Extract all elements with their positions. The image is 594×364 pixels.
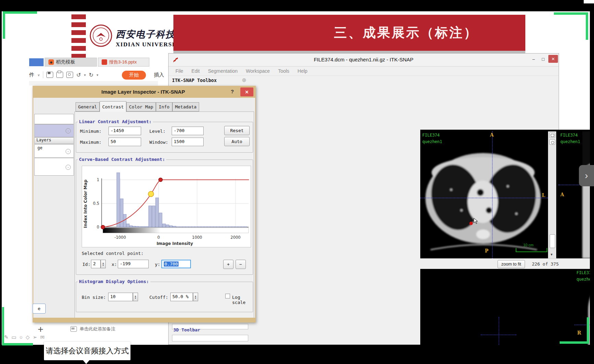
pointer-tool-icon[interactable]: ➢ <box>33 334 37 340</box>
auto-button[interactable]: Auto <box>224 137 250 146</box>
circle-tool-icon[interactable]: ○ <box>20 334 23 340</box>
print-icon[interactable] <box>56 72 63 78</box>
menu-file[interactable]: File <box>175 68 183 74</box>
wps-tab-template[interactable]: ● 稻壳模板 <box>45 58 97 67</box>
scale-label: 10 cm <box>523 243 534 247</box>
id-label: Id: <box>82 262 90 267</box>
dialog-close-button[interactable]: ✕ <box>240 87 253 96</box>
dialog-titlebar[interactable]: Image Layer Inspector - ITK-SNAP ? ✕ <box>33 86 255 98</box>
wps-start-tab-button[interactable]: 开始 <box>122 71 146 80</box>
save-icon[interactable] <box>46 72 53 78</box>
maximum-field[interactable]: 50 <box>108 138 141 146</box>
axial-view[interactable]: FILE374 quezhen1 A L P 10 cm <box>420 131 548 258</box>
y-field-selected-text: 0.700 <box>164 261 179 267</box>
comment-tool-icon[interactable]: ✉ <box>40 334 45 340</box>
undo-dropdown-icon[interactable]: ▾ <box>84 73 86 77</box>
pen-tool-icon[interactable]: ✎ <box>4 334 9 340</box>
toolbox-options-icon[interactable]: ◎ <box>242 77 246 82</box>
undo-icon[interactable]: ↺ <box>76 72 81 78</box>
view-layer-label: quezhen1 <box>560 139 580 144</box>
tab-contrast[interactable]: Contrast <box>100 101 126 112</box>
shape-tool-icon[interactable]: ◇ <box>26 334 30 340</box>
wps-file-menu[interactable]: 件 <box>29 72 34 78</box>
wps-notes-bar[interactable]: 单击此处添加备注 <box>70 326 115 332</box>
svg-text:Index Into Color Map: Index Into Color Map <box>83 179 88 228</box>
wps-tab-partial[interactable] <box>29 58 44 66</box>
scroll-down-icon[interactable]: ▼ <box>550 253 553 256</box>
tab-metadata[interactable]: Metadata <box>172 102 199 111</box>
maximum-label: Maximum: <box>80 140 102 145</box>
mouse-cursor <box>473 218 478 224</box>
minimize-button[interactable]: – <box>530 56 537 62</box>
toolbar-more-icon[interactable]: ▾ <box>96 73 98 77</box>
layer-row[interactable]: ge ⌄ <box>34 144 74 158</box>
toolbox-field-partial[interactable] <box>172 335 248 341</box>
remove-point-button[interactable]: − <box>236 260 246 269</box>
menu-help[interactable]: Help <box>298 68 308 74</box>
minimum-label: Minimum: <box>80 129 102 134</box>
wps-insert-tab[interactable]: 插入 <box>154 72 164 78</box>
layer-row-selected[interactable]: ⌄ <box>34 124 74 137</box>
maximize-button[interactable]: □ <box>539 56 547 62</box>
level-field[interactable]: -700 <box>172 127 204 135</box>
id-spinner[interactable]: ▲▼ <box>101 260 106 268</box>
scrollbar-thumb[interactable] <box>550 234 555 248</box>
x-field[interactable]: -199 <box>118 260 149 268</box>
camera-icon[interactable] <box>549 139 555 145</box>
view-file-label: FILE374 <box>560 133 578 138</box>
audio-select-tooltip[interactable]: 请选择会议音频接入方式 <box>44 342 130 360</box>
close-button-partial[interactable]: e <box>33 304 46 314</box>
histogram-options-heading: Histogram Display Options: <box>78 279 150 284</box>
reset-button[interactable]: Reset <box>224 126 250 135</box>
menu-segmentation[interactable]: Segmentation <box>208 68 238 74</box>
next-panel-tab[interactable]: › <box>579 165 594 186</box>
sagittal-view[interactable]: FILE374 quezhen1 S A P I 10 cm <box>558 131 594 258</box>
divider <box>43 71 43 78</box>
curve-contrast-heading: Curve-Based Contrast Adjustment: <box>78 157 166 162</box>
layer-options-icon[interactable]: ⌄ <box>66 149 71 154</box>
rectangle-tool-icon[interactable]: ▭ <box>12 334 16 340</box>
cutoff-label: Cutoff: <box>149 295 168 300</box>
expand-view-icon[interactable] <box>549 132 555 138</box>
window-field[interactable]: 1500 <box>172 138 204 146</box>
bin-size-spinner[interactable]: ▲▼ <box>133 293 138 301</box>
id-field[interactable]: 2 <box>91 260 101 268</box>
wps-tab-document[interactable]: P 报告3-16.pptx <box>98 58 149 67</box>
window-label: Window: <box>149 140 168 145</box>
minimum-field[interactable]: -1450 <box>108 127 141 135</box>
zoom-to-fit-button[interactable]: zoom to fit <box>498 260 525 268</box>
crosshair-horizontal <box>420 198 548 198</box>
menu-workspace[interactable]: Workspace <box>246 68 270 74</box>
layer-row[interactable]: ⌄ <box>34 158 74 176</box>
add-point-button[interactable]: + <box>223 260 233 269</box>
tab-general[interactable]: General <box>76 102 100 111</box>
help-button[interactable]: ? <box>231 89 234 94</box>
axial-scrollbar[interactable]: ▼ <box>548 131 556 258</box>
chevron-down-icon: ∨ <box>37 73 40 77</box>
layer-options-icon[interactable]: ⌄ <box>66 128 71 133</box>
contrast-histogram-chart[interactable]: 00.51-1000010002000Image IntensityIndex … <box>82 166 251 247</box>
layer-row[interactable] <box>34 114 74 124</box>
svg-text:Image Intensity: Image Intensity <box>157 241 193 246</box>
tab-color-map[interactable]: Color Map <box>126 102 156 111</box>
redo-icon[interactable]: ↻ <box>89 72 93 78</box>
tab-info[interactable]: Info <box>156 102 172 111</box>
log-scale-checkbox[interactable] <box>225 294 230 298</box>
close-button[interactable]: ✕ <box>548 55 558 63</box>
layer-options-icon[interactable]: ⌄ <box>66 165 71 170</box>
annotation-toolbar: ✎ ▭ ○ ◇ ➢ ✉ <box>4 334 45 340</box>
menu-edit[interactable]: Edit <box>192 68 200 74</box>
toolbox-panel-title: ITK-SNAP Toolbox <box>172 78 217 83</box>
cutoff-spinner[interactable]: ▲▼ <box>193 293 198 301</box>
cutoff-field[interactable]: 50.0 % <box>170 293 193 301</box>
svg-text:0.5: 0.5 <box>93 201 99 206</box>
bin-size-field[interactable]: 10 <box>108 293 133 301</box>
orientation-posterior: P <box>485 248 489 254</box>
wps-new-slide-button[interactable]: + <box>38 324 43 335</box>
share-corner-mark <box>3 11 37 14</box>
y-field[interactable]: 0.700 <box>161 260 191 268</box>
crosshair-vertical <box>492 131 493 258</box>
menu-tools[interactable]: Tools <box>278 68 289 74</box>
print-preview-icon[interactable] <box>66 72 73 78</box>
itk-titlebar[interactable]: FILE374.dcm - quezhen1.nii.gz - ITK-SNAP… <box>169 54 559 67</box>
